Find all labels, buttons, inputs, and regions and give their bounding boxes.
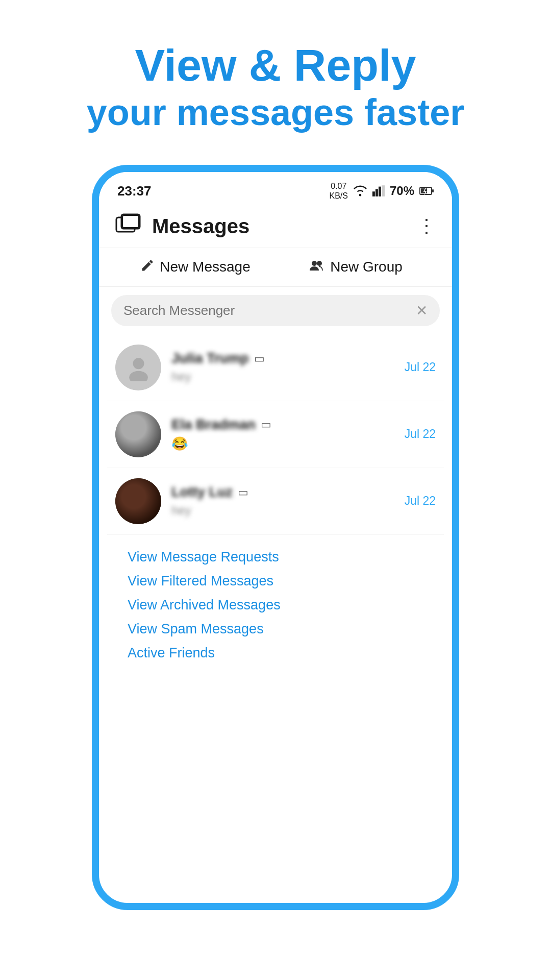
data-speed: 0.07KB/S [329, 181, 347, 201]
device-icon-2: ▭ [261, 418, 271, 431]
link-spam-messages[interactable]: View Spam Messages [128, 617, 423, 641]
msg-content-1: Julia Trump ▭ hey [171, 351, 398, 384]
hero-line1: View & Reply [87, 41, 464, 90]
phone-frame: 23:37 0.07KB/S 70% [92, 165, 459, 910]
msg-name-row-3: Lotty Luz ▭ [171, 484, 398, 500]
link-filtered-messages[interactable]: View Filtered Messages [128, 569, 423, 593]
app-logo-icon [115, 213, 142, 239]
search-input[interactable] [123, 303, 416, 318]
svg-rect-3 [382, 186, 385, 197]
search-bar: ✕ [111, 295, 440, 326]
message-item-1[interactable]: Julia Trump ▭ hey Jul 22 [107, 334, 444, 401]
svg-rect-1 [375, 189, 378, 197]
status-bar: 23:37 0.07KB/S 70% [99, 172, 452, 205]
svg-point-12 [133, 358, 144, 369]
app-title: Messages [152, 215, 417, 238]
msg-preview-1: hey [171, 370, 191, 383]
more-options-button[interactable]: ⋮ [417, 215, 436, 237]
msg-time-3: Jul 22 [405, 494, 436, 508]
battery-icon [419, 186, 434, 196]
group-icon [309, 259, 325, 275]
avatar-1 [115, 345, 161, 390]
links-section: View Message Requests View Filtered Mess… [107, 535, 444, 680]
signal-icon [372, 185, 385, 197]
new-message-button[interactable]: New Message [115, 258, 276, 276]
message-item-2[interactable]: Ela Bradman ▭ 😂 Jul 22 [107, 401, 444, 468]
msg-content-2: Ela Bradman ▭ 😂 [171, 417, 398, 452]
device-icon-3: ▭ [238, 486, 248, 499]
msg-preview-3: hey [171, 503, 191, 517]
svg-rect-6 [432, 189, 434, 192]
svg-point-13 [129, 371, 148, 381]
svg-rect-9 [122, 215, 139, 228]
action-row: New Message New Group [99, 248, 452, 287]
new-message-label: New Message [160, 259, 250, 275]
wifi-icon [353, 185, 367, 197]
battery-percent: 70% [390, 184, 414, 198]
msg-preview-2: 😂 [171, 436, 188, 451]
compose-icon [140, 258, 155, 276]
new-group-button[interactable]: New Group [276, 258, 436, 276]
hero-section: View & Reply your messages faster [87, 41, 464, 134]
hero-line2: your messages faster [87, 90, 464, 134]
device-icon-1: ▭ [254, 352, 265, 365]
msg-name-2: Ela Bradman [171, 417, 256, 433]
svg-rect-0 [372, 192, 375, 197]
svg-point-11 [317, 261, 322, 266]
msg-name-1: Julia Trump [171, 351, 249, 366]
link-message-requests[interactable]: View Message Requests [128, 545, 423, 569]
avatar-3 [115, 478, 161, 524]
msg-name-row-1: Julia Trump ▭ [171, 351, 398, 366]
app-header: Messages ⋮ [99, 205, 452, 248]
new-group-label: New Group [330, 259, 403, 275]
svg-rect-2 [379, 187, 381, 197]
link-active-friends[interactable]: Active Friends [128, 641, 423, 665]
msg-time-2: Jul 22 [405, 427, 436, 441]
svg-point-10 [312, 261, 317, 266]
message-list: Julia Trump ▭ hey Jul 22 Ela Bradman ▭ 😂… [99, 334, 452, 903]
message-item-3[interactable]: Lotty Luz ▭ hey Jul 22 [107, 468, 444, 535]
avatar-2 [115, 411, 161, 457]
msg-time-1: Jul 22 [405, 360, 436, 374]
link-archived-messages[interactable]: View Archived Messages [128, 593, 423, 617]
status-time: 23:37 [117, 183, 152, 199]
search-clear-button[interactable]: ✕ [416, 302, 428, 319]
msg-content-3: Lotty Luz ▭ hey [171, 484, 398, 518]
msg-name-3: Lotty Luz [171, 484, 233, 500]
status-icons: 0.07KB/S 70% [329, 181, 434, 201]
msg-name-row-2: Ela Bradman ▭ [171, 417, 398, 433]
